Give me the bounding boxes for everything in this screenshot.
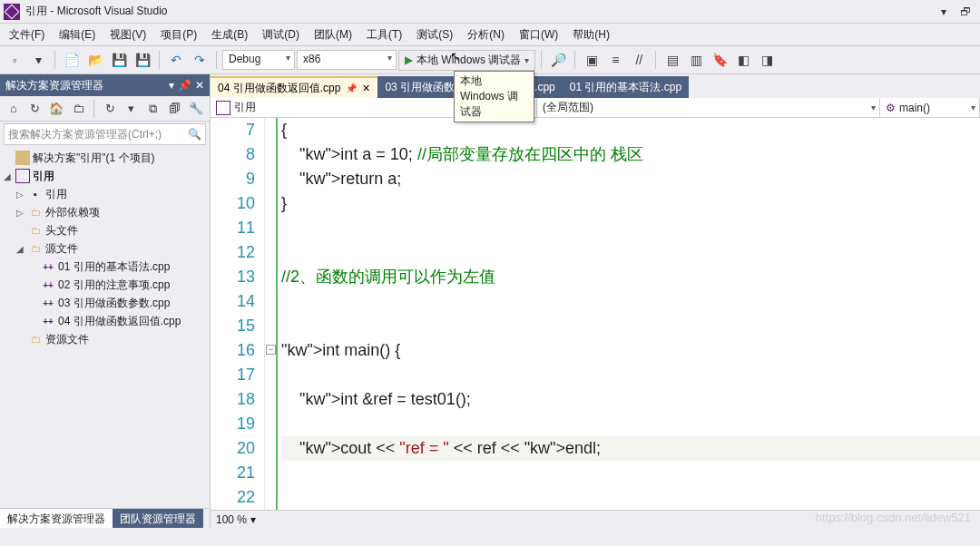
menu-item[interactable]: 视图(V) (103, 24, 153, 45)
solution-node[interactable]: 解决方案"引用"(1 个项目) (0, 149, 210, 167)
code-editor[interactable]: 789101112131415161718192021222324 − { "k… (211, 118, 980, 510)
menu-item[interactable]: 团队(M) (307, 24, 359, 45)
sync-button[interactable]: ↻ (25, 99, 45, 119)
open-button[interactable]: 📂 (84, 49, 106, 71)
solution-search-input[interactable]: 搜索解决方案资源管理器(Ctrl+;) 🔍 (4, 123, 206, 145)
nav-scope-combo[interactable]: (全局范围) (537, 98, 880, 117)
close-tab-button[interactable]: ✕ (362, 83, 370, 94)
code-line[interactable]: "kw">int a = 10; //局部变量存放在四区中的 栈区 (281, 142, 980, 167)
nav-fwd-button[interactable]: ▾ (27, 49, 49, 71)
save-button[interactable]: 💾 (108, 49, 130, 71)
tb-ico-1[interactable]: ▣ (581, 49, 603, 71)
close-icon[interactable]: ✕ (195, 79, 204, 92)
search-icon: 🔍 (188, 128, 201, 141)
menu-item[interactable]: 测试(S) (409, 24, 460, 45)
cpp-file-icon: ++ (41, 278, 55, 292)
config-combo[interactable]: Debug (222, 50, 295, 70)
menu-item[interactable]: 调试(D) (255, 24, 307, 45)
menu-item[interactable]: 工具(T) (359, 24, 409, 45)
folder-icon: 🗀 (28, 205, 43, 219)
pin-icon[interactable]: 📌 (346, 83, 357, 93)
code-content[interactable]: { "kw">int a = 10; //局部变量存放在四区中的 栈区 "kw"… (278, 118, 980, 510)
menu-item[interactable]: 生成(B) (204, 24, 255, 45)
redo-button[interactable]: ↷ (189, 49, 211, 71)
document-tab[interactable]: 01 引用的基本语法.cpp (563, 76, 689, 98)
code-line[interactable]: "kw">return a; (281, 167, 980, 191)
folder-icon: 🗀 (28, 241, 43, 256)
code-line[interactable] (281, 485, 980, 510)
undo-button[interactable]: ↶ (165, 49, 187, 71)
dropdown-icon[interactable]: ▾ (169, 79, 174, 92)
code-line[interactable] (281, 289, 980, 314)
cursor-icon: ↖ (450, 49, 461, 63)
platform-combo[interactable]: x86 (297, 50, 397, 70)
save-all-button[interactable]: 💾 (132, 49, 153, 71)
fold-toggle[interactable]: − (266, 345, 276, 355)
start-debug-button[interactable]: ▶ 本地 Windows 调试器 ▾ 本地 Windows 调试器 ↖ (398, 50, 535, 71)
tb-ico-4[interactable]: ▥ (685, 49, 707, 71)
cpp-file-icon: ++ (41, 314, 55, 328)
menu-item[interactable]: 帮助(H) (565, 24, 617, 45)
zoom-control[interactable]: 100 %▾ (216, 513, 256, 526)
source-file-item[interactable]: ++02 引用的注意事项.cpp (0, 276, 210, 294)
collapse-button[interactable]: 🏠 (47, 99, 67, 119)
solution-toolbar: ⌂ ↻ 🏠 🗀 ↻ ▾ ⧉ 🗐 🔧 (0, 96, 210, 122)
code-line[interactable]: "kw">cout << "ref = " << ref << "kw">end… (281, 436, 980, 461)
code-line[interactable] (281, 363, 980, 387)
bookmark-button[interactable]: 🔖 (709, 49, 730, 71)
tab-label: 01 引用的基本语法.cpp (570, 80, 681, 95)
tb-ico-3[interactable]: ▤ (662, 49, 683, 71)
code-line[interactable] (281, 216, 980, 240)
tb-ico-6[interactable]: ◨ (756, 49, 778, 71)
header-files-node[interactable]: 🗀头文件 (0, 221, 210, 239)
menu-item[interactable]: 文件(F) (2, 24, 52, 45)
new-project-button[interactable]: 📄 (61, 49, 83, 71)
source-file-item[interactable]: ++03 引用做函数参数.cpp (0, 294, 210, 312)
code-line[interactable] (281, 412, 980, 436)
team-explorer-tab[interactable]: 团队资源管理器 (113, 509, 203, 528)
source-file-item[interactable]: ++04 引用做函数返回值.cpp (0, 312, 210, 330)
minimize-button[interactable]: ▾ (933, 3, 955, 21)
source-file-item[interactable]: ++01 引用的基本语法.cpp (0, 258, 210, 276)
project-node[interactable]: ◢引用 (0, 167, 210, 185)
solution-explorer-tab[interactable]: 解决方案资源管理器 (0, 509, 113, 528)
function-icon: ⚙ (886, 102, 896, 114)
document-tab[interactable]: 04 引用做函数返回值.cpp📌✕ (211, 76, 377, 98)
code-line[interactable] (281, 240, 980, 265)
menu-bar: 文件(F)编辑(E)视图(V)项目(P)生成(B)调试(D)团队(M)工具(T)… (0, 24, 980, 45)
menu-item[interactable]: 分析(N) (460, 24, 512, 45)
window-title: 引用 - Microsoft Visual Studio (25, 4, 168, 19)
home-button[interactable]: ⌂ (4, 99, 24, 119)
find-button[interactable]: 🔎 (547, 49, 569, 71)
tb-ico-5[interactable]: ◧ (732, 49, 754, 71)
code-line[interactable] (281, 314, 980, 338)
comment-button[interactable]: // (628, 49, 650, 71)
maximize-button[interactable]: 🗗 (955, 3, 976, 21)
view-button[interactable]: 🗐 (164, 99, 184, 119)
code-line[interactable]: //2、函数的调用可以作为左值 (281, 265, 980, 289)
refresh-button[interactable]: ↻ (100, 99, 120, 119)
external-deps-node[interactable]: ▷🗀外部依赖项 (0, 203, 210, 221)
tb-ico-2[interactable]: ≡ (604, 49, 626, 71)
show-all-button[interactable]: 🗀 (68, 99, 88, 119)
code-line[interactable]: } (281, 191, 980, 216)
ext-label: 外部依赖项 (45, 205, 100, 220)
folder-icon: 🗀 (28, 332, 43, 346)
menu-item[interactable]: 窗口(W) (512, 24, 565, 45)
source-files-node[interactable]: ◢🗀源文件 (0, 239, 210, 258)
wrench-button[interactable]: 🔧 (186, 99, 206, 119)
nav-member-combo[interactable]: ⚙main() (880, 98, 980, 117)
nav-back-button[interactable]: ◦ (4, 49, 25, 71)
props-button[interactable]: ▾ (122, 99, 142, 119)
code-line[interactable]: "kw">int &ref = test01(); (281, 387, 980, 412)
code-line[interactable] (281, 461, 980, 485)
code-line[interactable]: { (281, 118, 980, 142)
menu-item[interactable]: 编辑(E) (52, 24, 103, 45)
code-line[interactable]: "kw">int main() { (281, 338, 980, 363)
copy-button[interactable]: ⧉ (143, 99, 163, 119)
resource-files-node[interactable]: 🗀资源文件 (0, 330, 210, 348)
references-node[interactable]: ▷▪引用 (0, 185, 210, 203)
menu-item[interactable]: 项目(P) (153, 24, 204, 45)
editor-area: 04 引用做函数返回值.cpp📌✕03 引用做函数参的注意事项.cpp01 引用… (211, 74, 980, 528)
pin-icon[interactable]: 📌 (178, 79, 191, 92)
